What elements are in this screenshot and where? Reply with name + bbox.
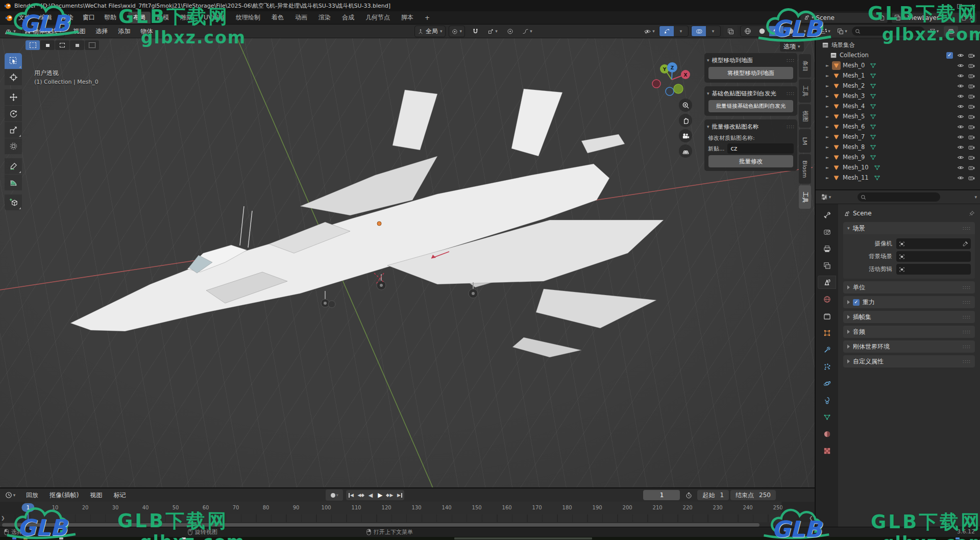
ruler-tick[interactable]: 170 (532, 505, 542, 510)
close-button[interactable]: × (971, 3, 976, 9)
camera-visibility-icon[interactable] (968, 124, 975, 130)
mode-selector[interactable]: 物体模式 ▾ (21, 26, 65, 37)
scene-collection-row[interactable]: 场景集合 (816, 40, 980, 50)
eye-icon[interactable] (957, 144, 964, 150)
ruler-tick[interactable]: 70 (233, 505, 239, 510)
tab-particles-icon[interactable] (818, 360, 836, 373)
outliner-mesh-row[interactable]: ► Mesh_7 (816, 132, 980, 142)
tab-tool-icon[interactable] (818, 208, 836, 222)
playhead[interactable] (28, 511, 29, 522)
tab-world-icon[interactable] (818, 292, 836, 306)
timeline-editor-type[interactable]: ▾ (3, 489, 17, 501)
move-to-ground-button[interactable]: 将模型移动到地面 (708, 67, 793, 79)
overlays-dropdown[interactable]: ▾ (706, 26, 720, 36)
npanel-tab[interactable]: 条目 (799, 54, 811, 78)
timeline-scrollbar[interactable] (2, 523, 760, 527)
outliner-mesh-row[interactable]: ► Mesh_5 (816, 111, 980, 121)
viewport-menu-item[interactable]: 添加 (114, 26, 135, 37)
shading-wireframe-button[interactable] (741, 26, 755, 36)
eye-icon[interactable] (957, 134, 964, 140)
tab-render-icon[interactable] (818, 225, 836, 238)
viewport-3d[interactable]: ▾ 物体模式 ▾ 视图选择添加物体 全局 ▾ (0, 24, 815, 487)
xray-toggle[interactable] (723, 26, 738, 37)
zoom-view-button[interactable] (679, 99, 692, 112)
timeline-menu-item[interactable]: 抠像(插帧) (45, 489, 83, 501)
ruler-tick[interactable]: 30 (112, 505, 119, 510)
viewport-menu-item[interactable]: 物体 (136, 26, 158, 37)
navigation-gizmo[interactable]: Y Z X (649, 55, 693, 99)
properties-options-dropdown[interactable]: ▾ (974, 195, 977, 200)
tab-material-icon[interactable] (818, 427, 836, 440)
camera-visibility-icon[interactable] (968, 53, 975, 58)
ruler-tick[interactable]: 80 (263, 505, 270, 510)
frame-end-field[interactable]: 结束点 250 (730, 490, 776, 500)
scene-panel-header[interactable]: ▾ 场景 :::: (843, 222, 975, 234)
eye-icon[interactable] (957, 114, 964, 119)
new-viewlayer-icon[interactable] (961, 15, 967, 21)
timeline-track[interactable] (0, 514, 815, 522)
ruler-tick[interactable]: 120 (382, 505, 391, 510)
tab-constraints-icon[interactable] (818, 394, 836, 407)
tab-physics-icon[interactable] (818, 377, 836, 390)
ruler-tick[interactable]: 190 (593, 505, 602, 510)
ruler-tick[interactable]: 160 (502, 505, 512, 510)
tab-output-icon[interactable] (818, 242, 836, 255)
prop-collapsed-panel[interactable]: 音频 :::: (843, 326, 975, 338)
camera-visibility-icon[interactable] (968, 73, 975, 79)
menu-item[interactable]: 渲染 (57, 12, 78, 23)
ruler-tick[interactable]: 210 (653, 505, 663, 510)
jump-to-start-button[interactable]: ◀ (346, 490, 356, 500)
drag-dots-icon[interactable]: :::: (787, 58, 795, 63)
use-preview-range-toggle[interactable] (681, 489, 696, 501)
npanel-tab[interactable]: 工具 (799, 185, 811, 209)
camera-visibility-icon[interactable] (968, 104, 975, 109)
region-toggle-left-icon[interactable]: ❯ (1, 516, 5, 521)
play-reverse-button[interactable]: ◀ (365, 490, 375, 500)
workspace-tab[interactable]: 几何节点 (360, 12, 395, 23)
npanel-section-header[interactable]: ▾ 模型移动到地面 :::: (707, 55, 795, 66)
eye-icon[interactable] (957, 83, 964, 89)
tool-move[interactable] (5, 89, 22, 105)
npanel-section-header[interactable]: ▾ 批量修改贴图名称 :::: (707, 121, 795, 132)
next-keyframe-button[interactable]: ▶ (385, 490, 395, 500)
workspace-tab[interactable]: 渲染 (313, 12, 336, 23)
tool-add-cube[interactable] (5, 194, 22, 210)
ruler-tick[interactable]: 20 (82, 505, 89, 510)
tab-collection-icon[interactable] (818, 309, 836, 323)
snap-with-selector[interactable]: ▾ (485, 26, 500, 37)
outliner-mesh-row[interactable]: ► Mesh_8 (816, 142, 980, 152)
camera-visibility-icon[interactable] (968, 93, 975, 99)
eyedropper-icon[interactable] (962, 241, 968, 247)
npanel-tab[interactable]: 视图 (799, 104, 811, 128)
new-collection-button[interactable] (944, 26, 958, 36)
tool-transform[interactable] (5, 138, 22, 154)
select-set-button[interactable] (26, 40, 40, 50)
field-input[interactable] (896, 251, 971, 262)
npanel-section-header[interactable]: ▾ 基础色贴图链接到自发光 :::: (707, 88, 795, 99)
camera-view-button[interactable] (679, 129, 692, 142)
gravity-checkbox[interactable]: ✓ (853, 299, 860, 306)
ruler-tick[interactable]: 240 (743, 505, 753, 510)
shading-dropdown[interactable]: ▾ (798, 26, 812, 36)
outliner-mesh-row[interactable]: ► Mesh_1 (816, 70, 980, 81)
workspace-tab[interactable]: 建模 (152, 12, 174, 23)
pan-view-button[interactable] (679, 114, 692, 127)
frame-start-field[interactable]: 起始 1 (697, 490, 729, 500)
ruler-tick[interactable]: 220 (683, 505, 693, 510)
workspace-tab[interactable]: + (420, 13, 435, 23)
timeline-ruler[interactable]: 1102030405060708090100110120130140150160… (0, 502, 815, 514)
prop-collapsed-panel[interactable]: 插帧集 :::: (843, 311, 975, 323)
auto-keying-toggle[interactable]: ▾ (326, 489, 343, 501)
npanel-tab[interactable]: LM (799, 129, 811, 153)
tab-texture-icon[interactable] (818, 444, 836, 457)
tool-measure[interactable] (5, 175, 22, 190)
ruler-tick[interactable]: 10 (52, 505, 59, 510)
prev-keyframe-button[interactable]: ◀ (356, 490, 365, 500)
prop-collapsed-panel[interactable]: 单位 :::: (843, 281, 975, 293)
outliner-mesh-row[interactable]: ► Mesh_10 (816, 162, 980, 173)
toggle-ortho-button[interactable] (679, 144, 692, 158)
shading-material-button[interactable] (769, 26, 783, 36)
camera-visibility-icon[interactable] (968, 114, 975, 119)
timeline-menu-item[interactable]: 回放 (21, 489, 43, 501)
gizmo-dropdown[interactable]: ▾ (674, 26, 688, 36)
